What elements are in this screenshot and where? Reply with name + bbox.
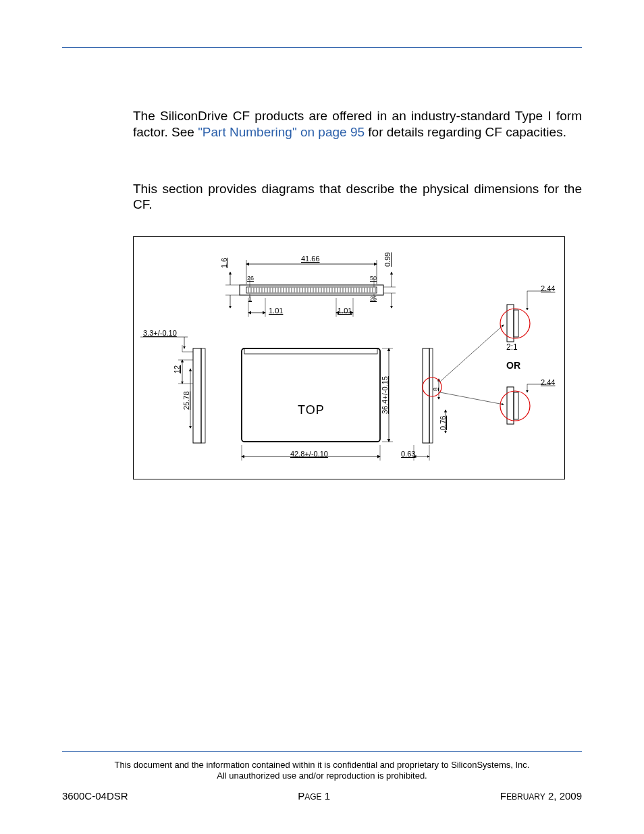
dim-1-6: 1.6 xyxy=(220,258,228,268)
dim-1-01-a: 1.01 xyxy=(269,307,283,315)
dim-0-63: 0.63 xyxy=(401,450,415,458)
paragraph-1: The SiliconDrive CF products are offered… xyxy=(133,108,582,140)
paragraph-2: This section provides diagrams that desc… xyxy=(133,181,582,213)
footer-date: FEBRUARY 2, 2009 xyxy=(500,790,582,802)
footer-page-num: 1 xyxy=(322,790,331,802)
disclaimer-line1: This document and the information contai… xyxy=(115,760,530,770)
svg-point-58 xyxy=(500,391,530,421)
svg-rect-33 xyxy=(242,348,380,442)
ratio-label: 2:1 xyxy=(506,342,518,352)
footer-date-ebruary: EBRUARY xyxy=(506,792,545,802)
dim-42-8: 42.8+/-0.10 xyxy=(290,450,328,458)
svg-point-53 xyxy=(500,309,530,338)
svg-rect-52 xyxy=(514,310,518,337)
svg-rect-34 xyxy=(244,348,377,354)
pin-50: 50 xyxy=(370,275,377,282)
dim-1-01-b: 1.01 xyxy=(338,307,352,315)
svg-rect-25 xyxy=(193,348,201,443)
dim-25-78: 25.78 xyxy=(182,391,190,410)
top-rule xyxy=(62,47,582,48)
dim-12: 12 xyxy=(173,365,181,373)
dim-2-44-b: 2.44 xyxy=(541,378,555,386)
dim-8: 8 xyxy=(432,388,439,391)
footer-page: PAGE 1 xyxy=(298,790,330,802)
footer-date-f: F xyxy=(500,790,506,802)
footer-doc-id: 3600C-04DSR xyxy=(62,790,128,802)
footer-page-p: P xyxy=(298,790,304,802)
para1-text-b: for details regarding CF capacities. xyxy=(365,125,566,139)
svg-rect-26 xyxy=(201,348,205,443)
disclaimer-line2: All unauthorized use and/or reproduction… xyxy=(217,771,427,781)
dimension-figure: 41.66 1.6 0.99 26 50 1 25 1.01 1.01 3.3+… xyxy=(133,236,565,479)
top-label: TOP xyxy=(298,403,325,417)
bottom-rule xyxy=(62,751,582,752)
dim-3-3: 3.3+/-0.10 xyxy=(143,329,177,337)
svg-line-49 xyxy=(440,325,504,382)
pin-1: 1 xyxy=(248,295,252,302)
pin-26: 26 xyxy=(247,275,254,282)
footer-date-rest: 2, 2009 xyxy=(545,790,582,802)
dim-36-4: 36.4+/-0.15 xyxy=(381,376,389,414)
dim-0-76: 0.76 xyxy=(439,416,447,430)
svg-rect-57 xyxy=(514,392,518,419)
dim-2-44-a: 2.44 xyxy=(541,284,555,292)
footer-page-age: AGE xyxy=(304,792,321,802)
part-numbering-link[interactable]: "Part Numbering" on page 95 xyxy=(198,125,365,139)
dim-0-99: 0.99 xyxy=(383,253,392,267)
svg-rect-1 xyxy=(246,287,377,293)
dim-41-66: 41.66 xyxy=(301,255,320,263)
pin-25: 25 xyxy=(370,295,377,302)
svg-line-50 xyxy=(440,392,504,405)
or-label: OR xyxy=(506,360,520,371)
disclaimer: This document and the information contai… xyxy=(62,760,582,782)
